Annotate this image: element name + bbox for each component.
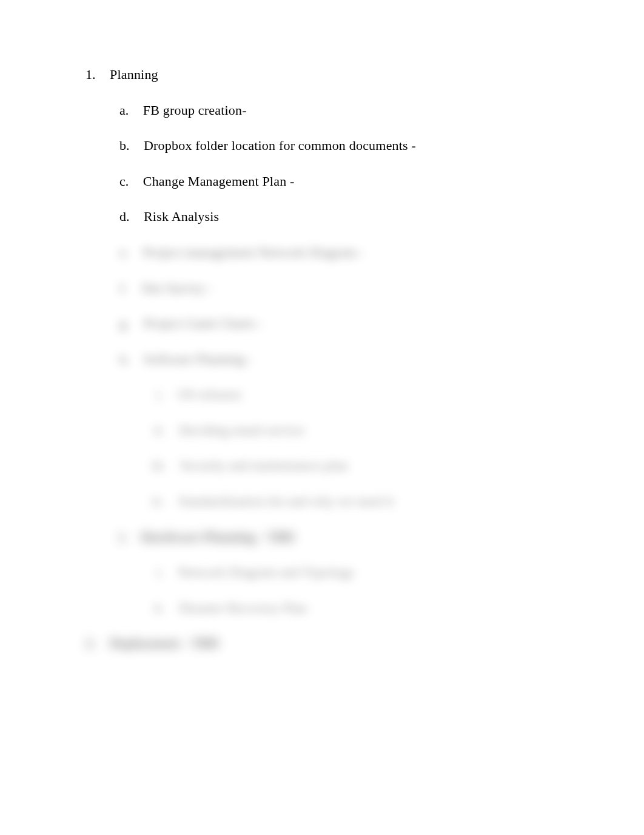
list-marker-1d: d. [119,209,130,225]
list-marker-1b: b. [119,138,130,154]
list-marker-1a: a. [119,103,129,118]
list-text-1i-ii: Disaster Recovery Plan [179,600,307,615]
list-item-1f: f. Site Survey - [119,280,213,296]
list-marker-1c: c. [119,174,129,189]
list-marker-1h-iii: iii. [152,458,166,473]
list-marker-2: 2. [86,635,96,651]
list-marker-1: 1. [86,67,96,83]
list-item-1g: g. Project Gantt Charts - [119,316,263,331]
list-marker-1h-iv: iv. [152,493,164,509]
list-item-1h-iii: iii. Security and maintenance plan [152,458,348,473]
list-item-1b: b. Dropbox folder location for common do… [119,138,416,154]
list-item-1i-ii: ii. Disaster Recovery Plan [154,600,307,616]
list-item-1h: h. Software Planning - [119,351,253,367]
list-item-1c: c. Change Management Plan - [119,174,295,189]
list-text-1: Planning [110,67,158,82]
list-text-2: Deployment - TBD [110,635,219,651]
list-marker-1i-ii: ii. [154,600,165,616]
list-item-1h-iv: iv. Standardization list and why we need… [152,493,394,509]
list-text-1h-i: OS releases [178,387,241,402]
list-item-1i-i: i. Network Diagram and Topology [156,564,355,580]
list-text-1e: Project management Network Diagram - [143,245,364,260]
list-item-1h-i: i. OS releases [156,387,242,402]
list-text-1g: Project Gantt Charts - [144,316,263,331]
list-marker-1i-i: i. [156,564,164,580]
list-text-1d: Risk Analysis [144,209,219,224]
list-text-1h: Software Planning - [144,351,253,367]
list-marker-1h-i: i. [156,387,164,402]
list-item-1: 1. Planning [86,67,158,83]
list-marker-1f: f. [119,280,127,296]
list-item-2: 2. Deployment - TBD [86,635,219,651]
list-text-1h-iv: Standardization list and why we need it [179,493,394,509]
list-marker-1h-ii: ii. [154,422,165,438]
list-text-1h-iii: Security and maintenance plan [180,458,347,473]
list-item-1h-ii: ii. Deciding email service [154,422,304,438]
list-text-1f: Site Survey - [141,280,212,296]
list-text-1i-i: Network Diagram and Topology [178,564,354,580]
list-marker-1h: h. [119,351,130,367]
list-item-1e: e. Project management Network Diagram - [119,245,364,260]
list-item-1i: i. Hardware Planning - TBD [119,529,295,545]
list-item-1d: d. Risk Analysis [119,209,219,225]
list-text-1b: Dropbox folder location for common docum… [144,138,416,153]
list-text-1c: Change Management Plan - [143,174,295,189]
list-marker-1e: e. [119,245,129,260]
list-text-1a: FB group creation- [143,103,247,118]
list-item-1a: a. FB group creation- [119,103,247,118]
list-marker-1g: g. [119,316,130,331]
list-text-1i: Hardware Planning - TBD [141,529,295,544]
list-marker-1i: i. [119,529,127,545]
list-text-1h-ii: Deciding email service [179,422,304,438]
document-page: 1. Planning a. FB group creation- b. Dro… [0,0,644,835]
